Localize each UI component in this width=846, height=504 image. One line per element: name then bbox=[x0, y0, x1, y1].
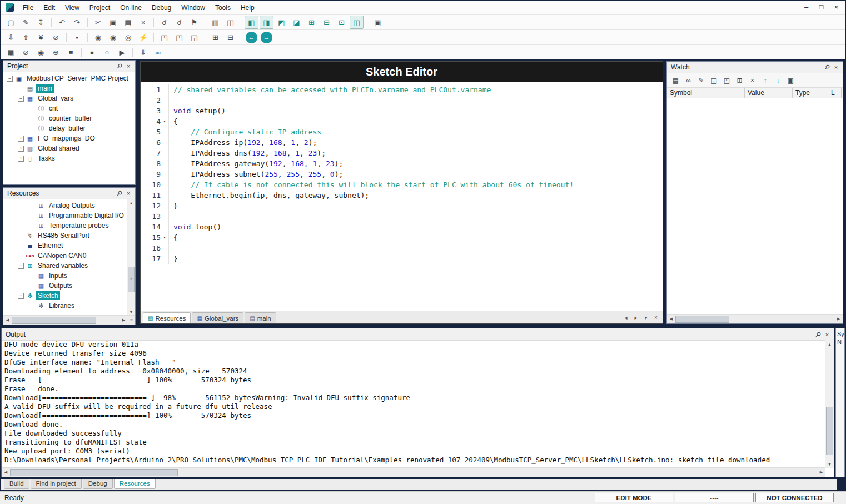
navigate-back-icon[interactable]: ← bbox=[246, 32, 257, 43]
print-preview-icon[interactable]: ◫ bbox=[223, 16, 237, 29]
delete-icon[interactable]: × bbox=[136, 16, 150, 29]
resources-item-temperature-probes[interactable]: ⊞Temperature probes bbox=[3, 221, 127, 231]
navigate-forward-icon[interactable]: → bbox=[261, 32, 272, 43]
resources-vertical-scrollbar[interactable]: ▲ ≡ ▼ bbox=[127, 199, 135, 316]
play-icon[interactable]: ▶ bbox=[115, 46, 129, 59]
expander-icon[interactable]: + bbox=[18, 146, 24, 152]
scroll-left-icon[interactable]: ◀ bbox=[667, 315, 675, 323]
maximize-button[interactable]: □ bbox=[814, 1, 829, 13]
close-button[interactable]: × bbox=[829, 1, 844, 13]
view-resources-window-icon[interactable]: ◨ bbox=[260, 16, 273, 29]
scroll-right-icon[interactable]: ▶ bbox=[120, 316, 128, 324]
tab-scroll-left-icon[interactable]: ◂ bbox=[621, 313, 630, 322]
resources-item-programmable-digital-i-o[interactable]: ⊞Programmable Digital I/O bbox=[3, 211, 127, 221]
move-down-icon[interactable]: ↓ bbox=[772, 75, 784, 86]
power-icon[interactable]: ⚡ bbox=[136, 31, 150, 44]
insert-watch-element-icon[interactable]: ⊞ bbox=[734, 75, 745, 86]
simulation-mode-icon[interactable]: ▦ bbox=[4, 46, 18, 59]
project-item-modbustcp-server-pmc-project[interactable]: −▣ModbusTCP_Server_PMC Project bbox=[3, 73, 135, 83]
resources-item-rs485-serialport[interactable]: ↯RS485 SerialPort bbox=[3, 231, 127, 241]
scroll-right-icon[interactable]: ▶ bbox=[817, 468, 825, 476]
warm-restart-icon[interactable]: ◉ bbox=[106, 31, 120, 44]
new-editor-window-icon[interactable]: ▣ bbox=[371, 16, 385, 29]
view-device-window-icon[interactable]: ⊡ bbox=[335, 16, 349, 29]
scrollbar-thumb[interactable]: ≡ bbox=[128, 267, 135, 292]
scroll-up-icon[interactable]: ▲ bbox=[127, 199, 135, 207]
resources-item-ethernet[interactable]: ≣Ethernet bbox=[3, 241, 127, 251]
editor-tab-global-vars[interactable]: ▦Global_vars bbox=[192, 312, 243, 323]
step-into-icon[interactable]: ⇓ bbox=[136, 46, 150, 59]
cut-icon[interactable]: ✂ bbox=[91, 16, 105, 29]
project-item-tasks[interactable]: +▯Tasks bbox=[3, 153, 135, 163]
stop-icon[interactable]: ○ bbox=[100, 46, 114, 59]
view-output-window-icon[interactable]: ◩ bbox=[275, 16, 288, 29]
view-project-window-icon[interactable]: ◧ bbox=[245, 16, 258, 29]
menu-debug[interactable]: Debug bbox=[147, 2, 176, 13]
add-watch-item-icon[interactable]: ✎ bbox=[695, 75, 707, 86]
menu-view[interactable]: View bbox=[60, 2, 84, 13]
project-item-i-o-mappings-do[interactable]: +▦I_O_mappings_DO bbox=[3, 133, 135, 143]
new-project-icon[interactable]: ▢ bbox=[4, 16, 18, 29]
fold-marker[interactable]: ▾ bbox=[161, 232, 169, 243]
expander-icon[interactable]: − bbox=[7, 76, 13, 82]
docked-panel-edge[interactable]: Sy N bbox=[835, 328, 845, 477]
expander-icon[interactable]: + bbox=[18, 156, 24, 162]
find-icon[interactable]: ☌ bbox=[157, 16, 171, 29]
resources-horizontal-scrollbar[interactable]: ◀ ▶ ≡ bbox=[3, 315, 135, 325]
cold-restart-icon[interactable]: ◉ bbox=[91, 31, 105, 44]
project-item-global-shared[interactable]: +▥Global shared bbox=[3, 143, 135, 153]
resources-item-libraries[interactable]: ✻Libraries bbox=[3, 301, 127, 311]
project-item-cnt[interactable]: ⓘcnt bbox=[3, 103, 135, 113]
print-icon[interactable]: ▥ bbox=[208, 16, 222, 29]
download-to-plc-icon[interactable]: ⇩ bbox=[4, 31, 18, 44]
watch-column-value[interactable]: Value bbox=[745, 88, 793, 99]
tab-menu-icon[interactable]: ▾ bbox=[641, 313, 650, 322]
view-library-window-icon[interactable]: ⊞ bbox=[305, 16, 319, 29]
watch-windows-icon[interactable]: ▣ bbox=[785, 75, 797, 86]
open-project-icon[interactable]: ✎ bbox=[19, 16, 33, 29]
undo-icon[interactable]: ↶ bbox=[55, 16, 69, 29]
bottom-tab-debug[interactable]: Debug bbox=[83, 479, 113, 489]
hot-restart-icon[interactable]: ◎ bbox=[121, 31, 135, 44]
scrollbar-thumb[interactable] bbox=[12, 317, 96, 324]
resize-grip-icon[interactable]: ≡ bbox=[128, 317, 135, 323]
expander-icon[interactable]: + bbox=[18, 136, 24, 142]
fold-marker[interactable]: ▾ bbox=[161, 116, 169, 127]
expander-icon[interactable]: − bbox=[18, 263, 24, 269]
menu-on-line[interactable]: On-line bbox=[115, 2, 147, 13]
output-horizontal-scrollbar[interactable]: ◀ ▶ bbox=[2, 467, 825, 477]
resources-item-outputs[interactable]: ▦Outputs bbox=[3, 281, 127, 291]
menu-file[interactable]: File bbox=[18, 2, 38, 13]
scroll-left-icon[interactable]: ◀ bbox=[2, 468, 10, 476]
watch-grid[interactable] bbox=[667, 98, 843, 315]
save-project-icon[interactable]: ↧ bbox=[34, 16, 48, 29]
bottom-tab-find-in-project[interactable]: Find in project bbox=[31, 479, 82, 489]
resources-item-shared-variables[interactable]: −⊞Shared variables bbox=[3, 261, 127, 271]
project-item-global-vars[interactable]: −▦Global_vars bbox=[3, 93, 135, 103]
no-watch-icon[interactable]: ⊘ bbox=[19, 46, 33, 59]
copy-icon[interactable]: ▣ bbox=[106, 16, 120, 29]
bookmark-icon[interactable]: ⚑ bbox=[187, 16, 201, 29]
output-vertical-scrollbar[interactable]: ▲ ▼ bbox=[825, 340, 834, 468]
watch-list-icon[interactable]: ▤ bbox=[670, 75, 681, 86]
view-watch-window-icon[interactable]: ◪ bbox=[290, 16, 303, 29]
watch-horizontal-scrollbar[interactable]: ◀ ▶ bbox=[667, 314, 843, 323]
save-watch-list-icon[interactable]: ◳ bbox=[721, 75, 733, 86]
resources-item-sketch[interactable]: −✻Sketch bbox=[3, 291, 127, 301]
view-properties-window-icon[interactable]: ◫ bbox=[350, 16, 364, 29]
tab-scroll-right-icon[interactable]: ▸ bbox=[631, 313, 640, 322]
paste-icon[interactable]: ▤ bbox=[121, 16, 135, 29]
bottom-tab-resources[interactable]: Resources bbox=[114, 479, 156, 489]
bottom-tab-build[interactable]: Build bbox=[4, 479, 29, 489]
project-item-main[interactable]: ▤main bbox=[3, 83, 135, 93]
tab-close-icon[interactable]: × bbox=[651, 313, 660, 322]
scrollbar-thumb[interactable] bbox=[826, 407, 833, 455]
open-watch-list-icon[interactable]: ◱ bbox=[708, 75, 720, 86]
grid-mode-icon[interactable]: ⊞ bbox=[208, 31, 222, 44]
watch-column-symbol[interactable]: Symbol bbox=[667, 88, 745, 99]
scroll-down-icon[interactable]: ▼ bbox=[127, 308, 135, 316]
move-up-icon[interactable]: ↑ bbox=[759, 75, 771, 86]
halt-icon[interactable]: ▪ bbox=[70, 31, 84, 44]
scroll-down-icon[interactable]: ▼ bbox=[825, 460, 834, 468]
menu-tools[interactable]: Tools bbox=[210, 2, 236, 13]
